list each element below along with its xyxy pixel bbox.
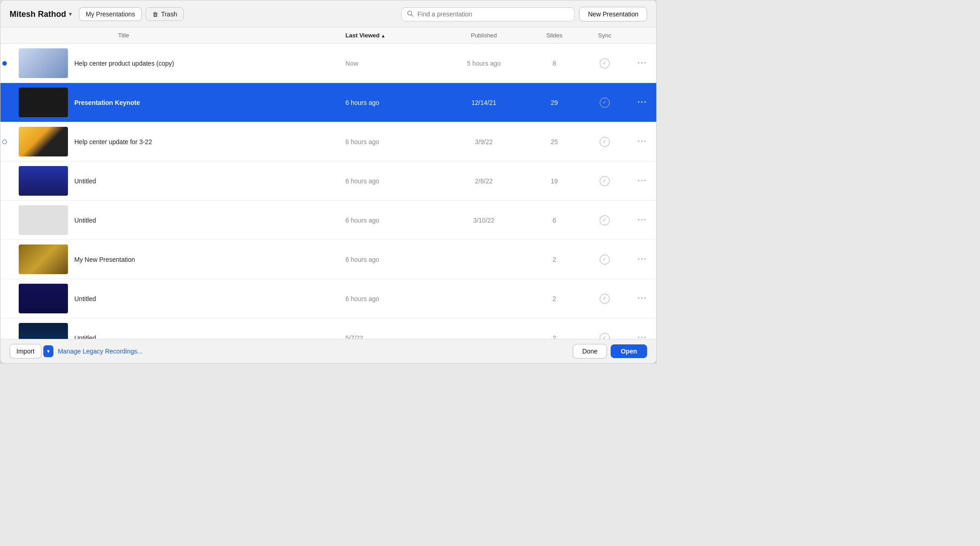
- import-label: Import: [16, 348, 35, 355]
- search-input[interactable]: [417, 10, 569, 18]
- more-options-button[interactable]: ···: [634, 214, 651, 225]
- row-title-cell: Presentation Keynote: [13, 83, 340, 122]
- table-row[interactable]: My New Presentation 6 hours ago 2 ✓ ···: [0, 240, 656, 279]
- trash-label: Trash: [161, 10, 177, 18]
- row-indicator-cell: [0, 279, 13, 318]
- row-indicator-cell: [0, 318, 13, 339]
- row-last-viewed-cell: 5/7/22: [340, 318, 440, 339]
- app-window: Mitesh Rathod ▾ My Presentations 🗑 Trash: [0, 0, 657, 364]
- col-published-header[interactable]: Published: [440, 27, 528, 44]
- more-options-button[interactable]: ···: [634, 136, 651, 147]
- sync-icon: ✓: [600, 255, 610, 265]
- row-last-viewed-cell: 6 hours ago: [340, 161, 440, 201]
- row-last-viewed-cell: 6 hours ago: [340, 279, 440, 318]
- row-indicator-cell: [0, 44, 13, 83]
- row-sync-cell: ✓: [581, 83, 628, 122]
- more-options-button[interactable]: ···: [634, 97, 651, 108]
- row-slides-cell: 8: [528, 44, 581, 83]
- row-title-cell: My New Presentation: [13, 240, 340, 279]
- new-presentation-button[interactable]: New Presentation: [579, 7, 647, 21]
- presentations-table: Title Last Viewed Published Slides Sync …: [0, 27, 656, 339]
- import-dropdown-button[interactable]: ▾: [43, 345, 53, 357]
- table-row[interactable]: Untitled 5/7/22 2 ✓ ···: [0, 318, 656, 339]
- presentation-thumbnail: [19, 48, 68, 78]
- open-button[interactable]: Open: [611, 344, 647, 358]
- more-options-button[interactable]: ···: [634, 175, 651, 186]
- row-indicator-cell: [0, 83, 13, 122]
- row-published-cell: 5 hours ago: [440, 44, 528, 83]
- sync-icon: ✓: [600, 333, 610, 339]
- presentation-thumbnail: [19, 127, 68, 156]
- row-sync-cell: ✓: [581, 318, 628, 339]
- row-published-cell: [440, 318, 528, 339]
- col-last-viewed-header[interactable]: Last Viewed: [340, 27, 440, 44]
- row-title-cell: Help center product updates (copy): [13, 44, 340, 83]
- presentation-thumbnail: [19, 166, 68, 196]
- col-title-header[interactable]: Title: [13, 27, 340, 44]
- row-published-cell: 12/14/21: [440, 83, 528, 122]
- table-body: Help center product updates (copy) Now 5…: [0, 44, 656, 339]
- table-row[interactable]: Untitled 6 hours ago 2/8/22 19 ✓ ···: [0, 161, 656, 201]
- unread-dot: [2, 61, 7, 66]
- row-slides-cell: 2: [528, 240, 581, 279]
- table-row[interactable]: Help center update for 3-22 6 hours ago …: [0, 122, 656, 161]
- search-bar[interactable]: [401, 7, 575, 21]
- done-button[interactable]: Done: [573, 344, 607, 359]
- table-row[interactable]: Untitled 6 hours ago 3/10/22 6 ✓ ···: [0, 201, 656, 240]
- row-more-cell[interactable]: ···: [628, 122, 656, 161]
- more-options-button[interactable]: ···: [634, 57, 651, 68]
- row-title-cell: Help center update for 3-22: [13, 122, 340, 161]
- search-icon: [407, 10, 414, 18]
- presentation-title: Untitled: [74, 177, 96, 185]
- row-published-cell: 2/8/22: [440, 161, 528, 201]
- col-slides-header[interactable]: Slides: [528, 27, 581, 44]
- table-row[interactable]: Presentation Keynote 6 hours ago 12/14/2…: [0, 83, 656, 122]
- row-title-cell: Untitled: [13, 318, 340, 339]
- header-top: Mitesh Rathod ▾ My Presentations 🗑 Trash: [10, 7, 647, 21]
- row-more-cell[interactable]: ···: [628, 318, 656, 339]
- import-chevron-icon: ▾: [47, 348, 50, 354]
- manage-recordings-link[interactable]: Manage Legacy Recordings...: [58, 348, 143, 355]
- col-more-header: [628, 27, 656, 44]
- row-sync-cell: ✓: [581, 122, 628, 161]
- row-more-cell[interactable]: ···: [628, 240, 656, 279]
- svg-line-1: [411, 15, 413, 16]
- presentation-thumbnail: [19, 244, 68, 274]
- more-options-button[interactable]: ···: [634, 254, 651, 265]
- row-published-cell: 3/10/22: [440, 201, 528, 240]
- row-more-cell[interactable]: ···: [628, 44, 656, 83]
- presentation-title: Untitled: [74, 217, 96, 224]
- trash-tab[interactable]: 🗑 Trash: [145, 7, 184, 21]
- row-title-cell: Untitled: [13, 161, 340, 201]
- row-published-cell: 3/9/22: [440, 122, 528, 161]
- table-row[interactable]: Untitled 6 hours ago 2 ✓ ···: [0, 279, 656, 318]
- presentation-title: Help center update for 3-22: [74, 138, 152, 146]
- row-more-cell[interactable]: ···: [628, 83, 656, 122]
- sync-icon: ✓: [600, 98, 610, 108]
- presentation-thumbnail: [19, 88, 68, 117]
- col-indicator-header: [0, 27, 13, 44]
- my-presentations-tab[interactable]: My Presentations: [79, 7, 142, 21]
- row-more-cell[interactable]: ···: [628, 201, 656, 240]
- row-sync-cell: ✓: [581, 161, 628, 201]
- import-button[interactable]: Import: [10, 344, 41, 359]
- row-sync-cell: ✓: [581, 240, 628, 279]
- row-published-cell: [440, 279, 528, 318]
- row-last-viewed-cell: Now: [340, 44, 440, 83]
- row-slides-cell: 2: [528, 318, 581, 339]
- row-title-cell: Untitled: [13, 201, 340, 240]
- footer: Import ▾ Manage Legacy Recordings... Don…: [0, 339, 656, 363]
- more-options-button[interactable]: ···: [634, 293, 651, 304]
- row-more-cell[interactable]: ···: [628, 279, 656, 318]
- unread-circle: [2, 140, 7, 144]
- header-nav: My Presentations 🗑 Trash: [79, 7, 184, 21]
- row-more-cell[interactable]: ···: [628, 161, 656, 201]
- table-header: Title Last Viewed Published Slides Sync: [0, 27, 656, 44]
- table-row[interactable]: Help center product updates (copy) Now 5…: [0, 44, 656, 83]
- row-slides-cell: 19: [528, 161, 581, 201]
- more-options-button[interactable]: ···: [634, 332, 651, 339]
- presentations-table-container: Title Last Viewed Published Slides Sync …: [0, 27, 656, 339]
- user-name-button[interactable]: Mitesh Rathod ▾: [10, 10, 72, 19]
- header: Mitesh Rathod ▾ My Presentations 🗑 Trash: [0, 0, 656, 27]
- col-sync-header[interactable]: Sync: [581, 27, 628, 44]
